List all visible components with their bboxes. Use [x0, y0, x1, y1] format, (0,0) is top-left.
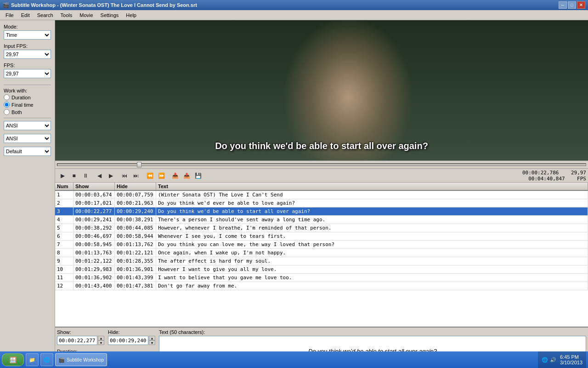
taskbar-app-chrome[interactable]: 🌐 — [40, 353, 53, 366]
time-text: 6:45 PM — [560, 354, 582, 360]
table-row[interactable]: 12 00:01:43,400 00:01:47,381 Don't go fa… — [55, 282, 588, 290]
pause-button[interactable]: ⏸ — [80, 170, 91, 181]
table-row[interactable]: 4 00:00:29,241 00:00:38,291 There's a pe… — [55, 216, 588, 224]
col-header-show: Show — [74, 183, 115, 190]
cell-show: 00:01:36,902 — [74, 274, 115, 282]
seekbar-container — [55, 161, 588, 169]
prev-subtitle-button[interactable]: ⏮ — [119, 170, 130, 181]
cell-show: 00:01:29,983 — [74, 265, 115, 273]
cell-show: 00:01:13,763 — [74, 249, 115, 257]
hide-up[interactable]: ▲ — [149, 336, 155, 340]
save-button[interactable]: 💾 — [192, 170, 204, 181]
menu-search[interactable]: Search — [34, 12, 57, 19]
cell-text: The after effect is hard for my soul. — [156, 257, 588, 265]
video-scene — [55, 20, 588, 161]
table-row[interactable]: 10 00:01:29,983 00:01:36,901 However I w… — [55, 265, 588, 274]
table-row[interactable]: 9 00:01:22,122 00:01:28,355 The after ef… — [55, 257, 588, 265]
close-button[interactable]: ✕ — [577, 1, 585, 9]
show-input[interactable] — [57, 336, 97, 345]
col-header-text: Text — [156, 183, 588, 190]
video-area: Do you think we'd be able to start all o… — [55, 20, 588, 161]
cell-hide: 00:01:47,381 — [115, 282, 156, 290]
set-hide-button[interactable]: 📤 — [181, 170, 192, 181]
cell-num: 9 — [55, 257, 74, 265]
system-tray-icons: 🌐 🔊 — [542, 357, 556, 363]
radio-finaltime[interactable]: Final time — [4, 102, 51, 108]
table-row[interactable]: 6 00:00:46,697 00:00:58,944 Whenever I s… — [55, 232, 588, 241]
cell-show: 00:00:17,021 — [74, 199, 115, 207]
menu-file[interactable]: File — [2, 12, 17, 19]
show-spinner: ▲ ▼ — [98, 336, 104, 345]
style-select[interactable]: Default — [4, 147, 51, 156]
cell-text: Do you think you can love me, the way I … — [156, 241, 588, 248]
cell-num: 4 — [55, 216, 74, 224]
encoding2-select[interactable]: ANSI UTF-8 — [4, 134, 51, 143]
subtitle-table: Num Show Hide Text 1 00:00:03,674 00:00:… — [55, 183, 588, 327]
next-subtitle-button[interactable]: ⏭ — [130, 170, 141, 181]
seekbar-thumb[interactable] — [137, 162, 141, 167]
set-show-button[interactable]: 📥 — [170, 170, 181, 181]
radio-duration[interactable]: Duration — [4, 94, 51, 100]
step-forward-button[interactable]: ⏩ — [156, 170, 167, 181]
mode-select[interactable]: Time Frames — [4, 30, 51, 40]
cell-hide: 00:00:44,085 — [115, 224, 156, 232]
video-background: Do you think we'd be able to start all o… — [55, 20, 588, 161]
subtitle-overlay: Do you think we'd be able to start all o… — [55, 141, 588, 151]
show-up[interactable]: ▲ — [98, 336, 104, 340]
minimize-button[interactable]: ─ — [559, 1, 567, 9]
rewind-button[interactable]: ◀ — [94, 170, 105, 181]
hide-down[interactable]: ▼ — [149, 340, 155, 345]
text-edit-label: Text (50 characters): — [159, 329, 586, 335]
table-row[interactable]: 11 00:01:36,902 00:01:43,399 I want to b… — [55, 274, 588, 282]
cell-hide: 00:00:29,240 — [115, 207, 156, 215]
menu-help[interactable]: Help — [122, 12, 140, 19]
cell-num: 2 — [55, 199, 74, 207]
cell-show: 00:00:22,277 — [74, 207, 115, 215]
table-row[interactable]: 3 00:00:22,277 00:00:29,240 Do you think… — [55, 207, 588, 216]
fps-select[interactable]: 29,97 25 23,976 — [4, 69, 51, 78]
show-input-row: ▲ ▼ — [57, 336, 104, 345]
input-fps-label: Input FPS: — [4, 43, 51, 49]
title-bar-controls: ─ □ ✕ — [559, 1, 585, 9]
cell-num: 10 — [55, 265, 74, 273]
cell-num: 7 — [55, 241, 74, 248]
table-row[interactable]: 1 00:00:03,674 00:00:07,759 (Winter Sona… — [55, 191, 588, 199]
cell-num: 1 — [55, 191, 74, 199]
radio-both[interactable]: Both — [4, 109, 51, 115]
title-bar-left: 🎬 Subtitle Workshop - (Winter Sonata OST… — [3, 2, 197, 8]
menu-settings[interactable]: Settings — [97, 12, 123, 19]
chrome-icon: 🌐 — [44, 357, 50, 363]
cell-text: Do you think we'd ever be able to love a… — [156, 199, 588, 207]
taskbar-app-subtitle[interactable]: 🎬 Subtitle Workshop — [55, 353, 107, 366]
menu-tools[interactable]: Tools — [57, 12, 76, 19]
maximize-button[interactable]: □ — [568, 1, 576, 9]
show-down[interactable]: ▼ — [98, 340, 104, 345]
cell-text: However I want to give you all my love. — [156, 265, 588, 273]
forward-button[interactable]: ▶ — [105, 170, 116, 181]
menu-bar: File Edit Search Tools Movie Settings He… — [0, 10, 588, 20]
seekbar[interactable] — [57, 163, 586, 166]
work-with-label: Work with: — [4, 88, 51, 93]
cell-hide: 00:00:58,944 — [115, 232, 156, 240]
col-header-hide: Hide — [115, 183, 156, 190]
window-title: Subtitle Workshop - (Winter Sonata OST) … — [11, 2, 197, 8]
hide-input[interactable] — [108, 336, 148, 345]
video-frame: Do you think we'd be able to start all o… — [55, 20, 588, 161]
cell-text: There's a person I should've sent away a… — [156, 216, 588, 224]
taskbar-app-explorer[interactable]: 📁 — [26, 353, 39, 366]
input-fps-select[interactable]: 29,97 25 23,976 — [4, 50, 51, 59]
table-row[interactable]: 8 00:01:13,763 00:01:22,121 Once again, … — [55, 249, 588, 257]
start-button[interactable]: 🪟 — [2, 353, 24, 366]
stop-button[interactable]: ■ — [68, 170, 79, 181]
play-button[interactable]: ▶ — [57, 170, 68, 181]
menu-edit[interactable]: Edit — [17, 12, 34, 19]
taskbar-left: 🪟 📁 🌐 🎬 Subtitle Workshop — [2, 353, 107, 366]
table-body[interactable]: 1 00:00:03,674 00:00:07,759 (Winter Sona… — [55, 191, 588, 327]
step-back-button[interactable]: ⏪ — [144, 170, 155, 181]
table-row[interactable]: 5 00:00:38,292 00:00:44,085 However, whe… — [55, 224, 588, 232]
cell-num: 11 — [55, 274, 74, 282]
table-row[interactable]: 7 00:00:58,945 00:01:13,762 Do you think… — [55, 241, 588, 249]
table-row[interactable]: 2 00:00:17,021 00:00:21,963 Do you think… — [55, 199, 588, 207]
encoding1-select[interactable]: ANSI UTF-8 — [4, 121, 51, 130]
menu-movie[interactable]: Movie — [76, 12, 96, 19]
